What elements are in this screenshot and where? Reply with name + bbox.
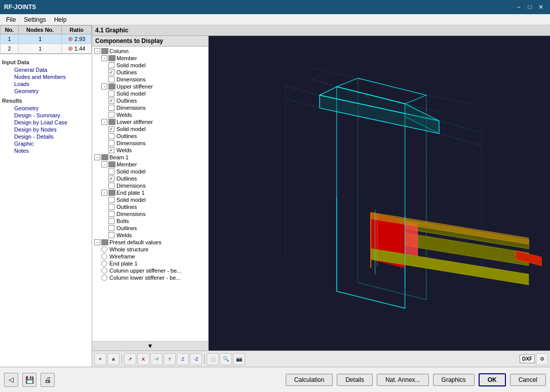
nav-general-data[interactable]: General Data — [8, 66, 90, 73]
nav-graphic[interactable]: Graphic — [8, 140, 90, 147]
dxf-btn[interactable]: DXF — [520, 355, 535, 363]
nat-annex-btn[interactable]: Nat. Annex... — [377, 374, 429, 386]
tree-dims-upper[interactable]: Dimensions — [92, 104, 208, 111]
back-btn[interactable]: ◁ — [4, 373, 18, 387]
tree-bolts-ep1[interactable]: Bolts — [92, 217, 208, 225]
radio-whole[interactable] — [101, 246, 107, 252]
nav-notes[interactable]: Notes — [8, 147, 90, 154]
cb-solid-ep1[interactable] — [108, 197, 114, 203]
label-btn[interactable]: a — [107, 353, 120, 365]
close-btn[interactable]: ✕ — [536, 2, 546, 12]
x-axis-btn[interactable]: X — [137, 353, 149, 365]
cb-outlines-ep1[interactable] — [108, 204, 114, 210]
tree-outlines-upper[interactable]: Outlines — [92, 97, 208, 104]
expander-column[interactable]: - — [94, 48, 100, 54]
extra-btn[interactable]: ⚙ — [536, 353, 548, 365]
zoom-btn[interactable]: 🔍 — [220, 353, 232, 365]
cb-solid-lower[interactable] — [108, 126, 114, 132]
z-axis-btn[interactable]: Z — [177, 353, 189, 365]
expander-preset[interactable]: - — [94, 239, 100, 245]
minimize-btn[interactable]: − — [514, 2, 524, 12]
details-btn[interactable]: Details — [337, 374, 373, 386]
print-btn[interactable]: 🖨 — [41, 373, 55, 387]
radio-col-lower[interactable] — [101, 275, 107, 281]
tree-welds-lower[interactable]: Welds — [92, 147, 208, 154]
tree-dims-beam1[interactable]: Dimensions — [92, 182, 208, 189]
tree-solid-lower[interactable]: Solid model — [92, 125, 208, 133]
nav-design-summary[interactable]: Design - Summary — [8, 112, 90, 119]
tree-member-col[interactable]: - Member — [92, 55, 208, 62]
y-axis-btn[interactable]: Y — [164, 353, 176, 365]
tree-whole-structure[interactable]: Whole structure — [92, 246, 208, 253]
tree-beam1[interactable]: - Beam 1 — [92, 154, 208, 161]
cb-outlines2-ep1[interactable] — [108, 225, 114, 231]
cb-solid-col[interactable] — [108, 62, 114, 68]
cb-welds-ep1[interactable] — [108, 232, 114, 238]
tree-solid-ep1[interactable]: Solid model — [92, 196, 208, 203]
move-btn[interactable]: ↗ — [124, 353, 136, 365]
cb-dims-col[interactable] — [108, 76, 114, 82]
nav-design-nodes[interactable]: Design by Nodes — [8, 126, 90, 133]
cb-solid-beam1[interactable] — [108, 168, 114, 175]
scroll-down-arrow[interactable]: ▼ — [92, 341, 208, 351]
nav-nodes-members[interactable]: Nodes and Members — [8, 73, 90, 80]
menu-settings[interactable]: Settings — [20, 15, 50, 24]
y-axis-neg-btn[interactable]: -Y — [150, 353, 163, 365]
maximize-btn[interactable]: □ — [525, 2, 535, 12]
tree-outlines-col[interactable]: Outlines — [92, 69, 208, 76]
nav-geometry-input[interactable]: Geometry — [8, 88, 90, 95]
nav-geometry-results[interactable]: Geometry — [8, 105, 90, 112]
tree-lower-stiffener[interactable]: - Lower stiffener — [92, 118, 208, 125]
save-btn[interactable]: 💾 — [22, 373, 36, 387]
expander-endplate1[interactable]: - — [101, 190, 107, 196]
graphics-btn[interactable]: Graphics — [433, 374, 475, 386]
table-row[interactable]: 1 1 ⊗ 2.93 — [1, 34, 92, 44]
tree-outlines-ep1[interactable]: Outlines — [92, 203, 208, 210]
cb-dims-lower[interactable] — [108, 140, 114, 146]
tree-container[interactable]: - Column - Member Solid model — [92, 47, 208, 341]
radio-wireframe[interactable] — [101, 253, 107, 259]
tree-col-upper-preset[interactable]: Column upper stiffener - be... — [92, 267, 208, 274]
menu-file[interactable]: File — [2, 15, 20, 24]
cb-dims-beam1[interactable] — [108, 183, 114, 189]
ok-btn[interactable]: OK — [479, 373, 506, 386]
tree-outlines-beam1[interactable]: Outlines — [92, 175, 208, 182]
nav-design-details[interactable]: Design - Details — [8, 133, 90, 140]
tree-col-lower-preset[interactable]: Column lower stiffener - be... — [92, 274, 208, 281]
expander-upper[interactable]: - — [101, 83, 107, 90]
table-row[interactable]: 2 1 ⊗ 1.44 — [1, 44, 92, 54]
cb-solid-upper[interactable] — [108, 91, 114, 97]
nav-loads[interactable]: Loads — [8, 80, 90, 88]
cb-outlines-beam1[interactable] — [108, 176, 114, 182]
tree-welds-upper[interactable]: Welds — [92, 111, 208, 118]
calculation-btn[interactable]: Calculation — [286, 374, 333, 386]
cb-welds-upper[interactable] — [108, 112, 114, 118]
tree-dims-lower[interactable]: Dimensions — [92, 140, 208, 147]
expander-member-beam1[interactable]: - — [101, 161, 107, 167]
tree-upper-stiffener[interactable]: - Upper stiffener — [92, 83, 208, 90]
tree-wireframe[interactable]: Wireframe — [92, 253, 208, 260]
expander-member-col[interactable]: - — [101, 55, 107, 61]
box-view-btn[interactable]: ⬜ — [207, 353, 219, 365]
radio-end-plate[interactable] — [101, 260, 107, 267]
tree-solid-upper[interactable]: Solid model — [92, 90, 208, 97]
tree-end-plate-preset[interactable]: End plate 1 — [92, 260, 208, 267]
z-axis-neg-btn[interactable]: -Z — [190, 353, 202, 365]
nav-design-load-case[interactable]: Design by Load Case — [8, 119, 90, 126]
tree-endplate1[interactable]: - End plate 1 — [92, 189, 208, 196]
tree-solid-col[interactable]: Solid model — [92, 62, 208, 69]
cb-dims-ep1[interactable] — [108, 211, 114, 217]
tree-dims-col[interactable]: Dimensions — [92, 76, 208, 83]
expander-lower[interactable]: - — [101, 119, 107, 125]
tree-column[interactable]: - Column — [92, 48, 208, 55]
cancel-btn[interactable]: Cancel — [510, 374, 546, 386]
cb-welds-lower[interactable] — [108, 147, 114, 153]
fit-all-btn[interactable]: ⌖ — [94, 353, 106, 365]
tree-solid-beam1[interactable]: Solid model — [92, 168, 208, 175]
tree-dims-ep1[interactable]: Dimensions — [92, 210, 208, 217]
tree-welds-ep1[interactable]: Welds — [92, 232, 208, 239]
cb-outlines-upper[interactable] — [108, 98, 114, 104]
expander-beam1[interactable]: - — [94, 154, 100, 160]
tree-preset[interactable]: - Preset default values — [92, 239, 208, 246]
tree-member-beam1[interactable]: - Member — [92, 161, 208, 168]
